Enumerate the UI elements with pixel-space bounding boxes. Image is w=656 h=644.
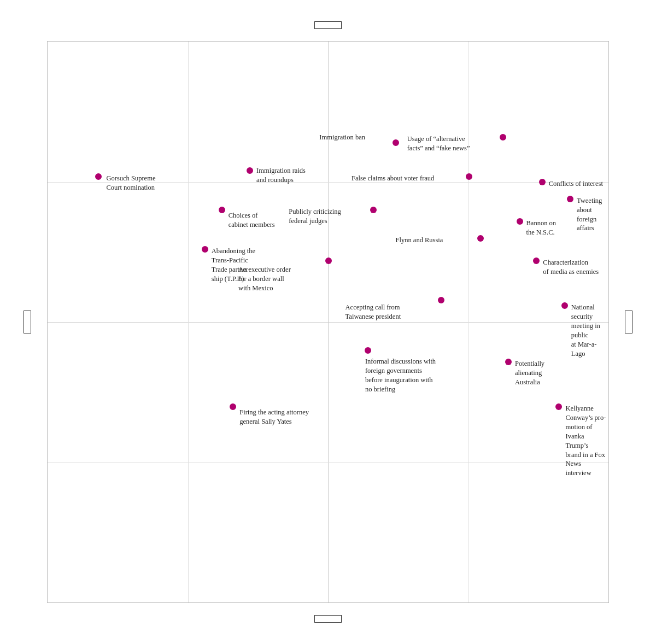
dot-national-security-mar [561, 302, 568, 309]
scatter-chart: Gorsuch Supreme Court nominationImmigrat… [27, 21, 629, 623]
dot-choices-cabinet [219, 207, 225, 213]
label-char-media: Characterization of media as enemies [543, 258, 599, 277]
vertical-axis-line [328, 42, 329, 602]
grid-v-75 [468, 42, 469, 602]
axis-right-label [625, 311, 632, 333]
label-gorsuch: Gorsuch Supreme Court nomination [107, 174, 156, 192]
label-criticizing-judges: Publicly criticizing federal judges [289, 207, 341, 226]
axis-left-label [24, 311, 31, 333]
label-immigration-raids: Immigration raids and roundups [256, 166, 306, 185]
axis-top-label [314, 21, 342, 29]
dot-kellyanne [555, 403, 562, 410]
grid-h-75 [48, 462, 608, 463]
dot-tweeting-foreign [567, 196, 573, 202]
label-conflicts-interest: Conflicts of interest [549, 179, 603, 189]
dot-informal-discussions [365, 347, 371, 354]
label-alternative-facts: Usage of “alternative facts” and “fake n… [407, 134, 470, 153]
dot-immigration-raids [247, 167, 253, 174]
label-border-wall: An executive order for a border wall wit… [238, 265, 291, 293]
dot-border-wall [325, 257, 332, 264]
label-flynn-russia: Flynn and Russia [396, 236, 443, 245]
dot-potentially-alienating [505, 359, 512, 365]
dot-gorsuch [95, 173, 102, 180]
dot-flynn-russia [477, 235, 484, 242]
dot-firing-yates [230, 403, 236, 410]
dot-false-claims-voter [466, 173, 472, 180]
label-immigration-ban: Immigration ban [319, 133, 365, 142]
dot-criticizing-judges [370, 207, 377, 213]
label-false-claims-voter: False claims about voter fraud [352, 174, 434, 183]
dot-char-media [533, 257, 540, 264]
label-informal-discussions: Informal discussions with foreign govern… [365, 357, 436, 394]
label-national-security-mar: National security meeting in public at M… [571, 303, 608, 358]
label-bannon-nsc: Bannon on the N.S.C. [526, 219, 557, 237]
label-firing-yates: Firing the acting attorney general Sally… [239, 408, 309, 426]
label-kellyanne: Kellyanne Conway’s pro- motion of Ivanka… [565, 404, 608, 478]
dot-abandoning-tpp [202, 246, 208, 253]
dot-alternative-facts [500, 134, 506, 140]
dot-immigration-ban [393, 139, 399, 146]
dot-bannon-nsc [517, 218, 523, 225]
dot-accepting-call-taiwan [438, 297, 444, 303]
axis-bottom-label [314, 615, 342, 623]
label-choices-cabinet: Choices of cabinet members [229, 211, 275, 230]
label-accepting-call-taiwan: Accepting call from Taiwanese president [345, 303, 401, 321]
label-potentially-alienating: Potentially alienating Australia [515, 359, 544, 387]
label-tweeting-foreign: Tweeting about foreign affairs [577, 196, 608, 233]
plot-area: Gorsuch Supreme Court nominationImmigrat… [47, 41, 609, 603]
grid-v-25 [188, 42, 189, 602]
dot-conflicts-interest [539, 179, 546, 185]
